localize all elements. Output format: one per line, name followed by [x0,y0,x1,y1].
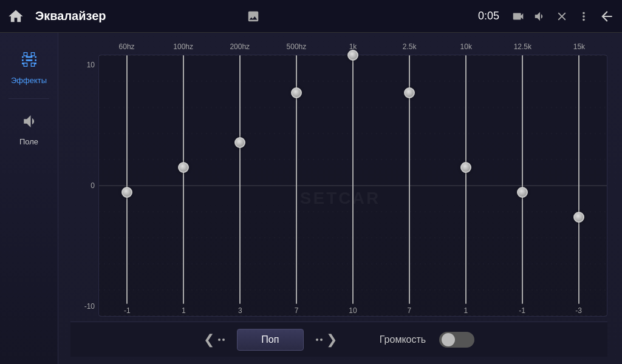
freq-label-60hz: 60hz [98,42,155,51]
band-value-10k: 1 [463,304,468,316]
freq-label-500hz: 500hz [268,42,324,51]
slider-track-2.5k [409,55,410,304]
slider-wrap-10k [437,55,494,304]
top-bar: Эквалайзер 0:05 [0,0,622,33]
band-column-15k: -3 [550,55,607,316]
slider-thumb-12.5k[interactable] [517,187,528,198]
volume-toggle[interactable] [439,332,474,348]
y-label-2: 0 [91,181,95,190]
effects-label: Эффекты [11,76,47,85]
band-column-2.5k: 7 [381,55,437,316]
slider-thumb-15k[interactable] [573,212,584,223]
volume-text: Громкость [380,334,426,345]
freq-label-12.5k: 12.5k [494,42,551,51]
slider-wrap-200hz [212,55,268,304]
sliders-container: -11371071-1-3 [98,55,607,317]
speaker-icon [533,10,547,23]
band-column-100hz: 1 [156,55,212,316]
toggle-knob [442,333,455,346]
band-column-60hz: -1 [99,55,156,316]
volume-icon [20,112,38,135]
next-arrow[interactable]: ❯ [316,332,337,348]
slider-track-12.5k [522,55,523,304]
band-value-100hz: 1 [182,304,186,316]
slider-thumb-2.5k[interactable] [404,87,415,98]
slider-track-200hz [239,55,241,304]
slider-track-10k [465,55,466,304]
freq-label-100hz: 100hz [155,42,211,51]
slider-track-15k [578,55,579,304]
time-display: 0:05 [478,10,499,22]
slider-thumb-10k[interactable] [460,162,471,173]
freq-label-2.5k: 2.5k [381,42,438,51]
band-value-1k: 10 [349,304,357,316]
sidebar-item-effects[interactable]: Эффекты [5,45,53,90]
top-bar-icons [511,8,615,24]
page-title: Эквалайзер [35,9,241,23]
y-label-0: 10 [87,61,95,69]
image-icon [247,10,260,23]
slider-wrap-60hz [99,55,156,304]
band-value-200hz: 3 [238,304,242,316]
slider-track-100hz [183,55,184,304]
slider-wrap-1k [325,55,381,304]
slider-wrap-2.5k [381,55,437,304]
y-axis: 100-10 [70,55,98,317]
band-column-10k: 1 [437,55,494,316]
freq-label-10k: 10k [438,42,494,51]
eq-chart: 100-10 -11371071-1-3 [70,55,607,317]
slider-wrap-100hz [156,55,212,304]
band-value-12.5k: -1 [519,304,525,316]
slider-track-500hz [296,55,297,304]
sidebar: Эффекты Поле [0,33,58,364]
slider-wrap-500hz [268,55,325,304]
slider-thumb-60hz[interactable] [121,187,132,198]
band-column-500hz: 7 [268,55,325,316]
band-column-1k: 10 [325,55,381,316]
slider-thumb-500hz[interactable] [291,87,302,98]
bottom-controls: ❮ Поп ❯ Громкость [70,322,607,357]
slider-track-1k [352,55,354,304]
preset-button[interactable]: Поп [237,329,304,351]
band-value-15k: -3 [575,304,582,316]
band-value-60hz: -1 [124,304,131,316]
prev-arrow[interactable]: ❮ [203,332,225,348]
slider-track-60hz [126,55,128,304]
freq-label-200hz: 200hz [211,42,268,51]
band-value-2.5k: 7 [408,304,412,316]
y-label-4: -10 [84,302,95,311]
back-icon[interactable] [599,8,615,24]
volume-label: Поле [19,137,38,146]
band-value-500hz: 7 [295,304,299,316]
effects-icon [19,50,39,73]
slider-thumb-100hz[interactable] [178,162,189,173]
camera-icon [511,10,525,23]
sidebar-divider [9,98,49,99]
band-column-200hz: 3 [212,55,268,316]
freq-label-15k: 15k [551,42,607,51]
slider-thumb-200hz[interactable] [234,137,245,148]
home-button[interactable] [7,8,24,25]
sidebar-item-volume[interactable]: Поле [5,107,53,151]
slider-wrap-15k [550,55,607,304]
slider-thumb-1k[interactable] [347,50,358,61]
eq-area: SЕТСАR 60hz100hz200hz500hz1k2.5k10k12.5k… [58,33,622,364]
close-x-icon[interactable] [555,10,569,23]
band-column-12.5k: -1 [494,55,550,316]
menu-icon[interactable] [577,10,590,23]
volume-control: Громкость [367,332,474,348]
main-layout: Эффекты Поле SЕТСАR 60hz100hz200hz500hz1… [0,33,622,364]
slider-wrap-12.5k [494,55,550,304]
